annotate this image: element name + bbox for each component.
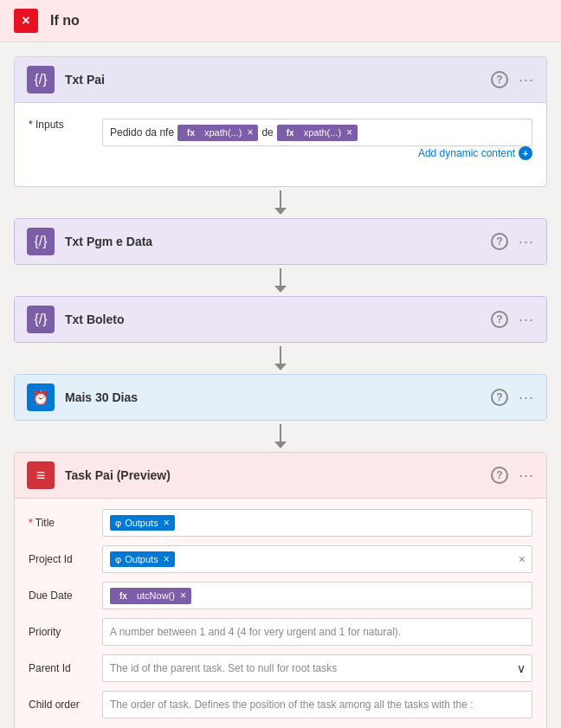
xpath-close-1[interactable]: ×: [247, 126, 253, 139]
txt-pgm-controls: ? ···: [491, 233, 534, 251]
project-id-token-close[interactable]: ×: [164, 553, 170, 565]
parent-id-placeholder: The id of the parent task. Set to null f…: [110, 662, 337, 674]
priority-placeholder: A number between 1 and 4 (4 for very urg…: [110, 626, 401, 638]
xpath-token-2[interactable]: fx xpath(...) ×: [277, 125, 358, 141]
txt-pgm-icon: {/}: [27, 228, 55, 255]
title-token-value: Outputs: [125, 518, 158, 528]
txt-pgm-header[interactable]: {/} Txt Pgm e Data ? ···: [15, 219, 546, 264]
due-date-label: Due Date: [29, 589, 102, 602]
mais-30-dias-block: ⏰ Mais 30 Dias ? ···: [14, 374, 547, 421]
title-token-close[interactable]: ×: [164, 517, 170, 529]
due-date-token-icon: fx: [115, 589, 132, 602]
mais-30-dias-controls: ? ···: [491, 389, 534, 407]
txt-pai-body: * Inputs Pedido da nfe fx xpath(...) × d…: [15, 103, 546, 186]
add-dynamic-plus: +: [519, 146, 532, 160]
title-field-row: Title φ Outputs ×: [29, 509, 532, 537]
txt-pai-icon-symbol: {/}: [34, 72, 47, 87]
task-pai-header[interactable]: ≡ Task Pai (Preview) ? ···: [15, 453, 546, 499]
task-pai-help-button[interactable]: ?: [491, 467, 508, 484]
txt-boleto-help-button[interactable]: ?: [491, 311, 508, 328]
close-button[interactable]: ×: [14, 9, 38, 33]
title-input[interactable]: φ Outputs ×: [102, 509, 532, 537]
project-id-clear-button[interactable]: ×: [519, 552, 526, 566]
task-pai-icon-symbol: ≡: [36, 467, 46, 485]
token-text-de: de: [261, 126, 273, 139]
txt-pgm-help-button[interactable]: ?: [491, 233, 508, 250]
xpath-value-1: xpath(...): [204, 127, 242, 138]
if-no-header: × If no: [0, 0, 561, 42]
task-pai-icon: ≡: [27, 461, 55, 489]
dynamic-content-row: Add dynamic content +: [102, 146, 532, 160]
txt-pgm-title: Txt Pgm e Data: [65, 235, 491, 248]
mais-30-dias-header[interactable]: ⏰ Mais 30 Dias ? ···: [15, 375, 546, 420]
due-date-field-row: Due Date fx utcNow() ×: [29, 582, 532, 609]
inputs-tokens[interactable]: Pedido da nfe fx xpath(...) × de fx xpat…: [102, 119, 532, 146]
task-pai-body: Title φ Outputs × Project Id φ Ou: [15, 499, 546, 728]
main-content: {/} Txt Pai ? ··· * Inputs Pedido da nfe…: [0, 42, 561, 728]
child-order-field-row: Child order The order of task. Defines t…: [29, 691, 532, 718]
parent-id-field-row: Parent Id The id of the parent task. Set…: [29, 654, 532, 682]
txt-pai-header[interactable]: {/} Txt Pai ? ···: [15, 57, 546, 103]
title-label: Title: [29, 517, 102, 529]
txt-pai-block: {/} Txt Pai ? ··· * Inputs Pedido da nfe…: [14, 56, 547, 187]
fx-icon-1: fx: [183, 126, 199, 139]
due-date-token-value: utcNow(): [137, 590, 175, 601]
parent-id-wrapper: The id of the parent task. Set to null f…: [102, 654, 532, 682]
due-date-token-close[interactable]: ×: [180, 589, 186, 602]
parent-id-dropdown-button[interactable]: ∨: [517, 661, 526, 675]
parent-id-input[interactable]: The id of the parent task. Set to null f…: [102, 654, 532, 682]
txt-pai-help-button[interactable]: ?: [491, 71, 508, 88]
project-id-wrapper: φ Outputs × ×: [102, 545, 532, 573]
arrow-2: [14, 265, 547, 296]
mais-30-dias-title: Mais 30 Dias: [65, 390, 491, 404]
fx-icon-2: fx: [282, 126, 299, 139]
xpath-token-1[interactable]: fx xpath(...) ×: [177, 125, 258, 141]
txt-boleto-title: Txt Boleto: [65, 312, 491, 326]
txt-pgm-more-button[interactable]: ···: [519, 233, 534, 251]
mais-30-dias-icon: ⏰: [27, 383, 55, 411]
project-id-field-row: Project Id φ Outputs × ×: [29, 545, 532, 573]
inputs-label: * Inputs: [29, 119, 102, 131]
due-date-token[interactable]: fx utcNow() ×: [110, 588, 191, 604]
txt-boleto-icon-symbol: {/}: [34, 312, 47, 327]
project-id-input[interactable]: φ Outputs ×: [102, 545, 532, 573]
txt-pgm-block: {/} Txt Pgm e Data ? ···: [14, 218, 547, 265]
inputs-field-wrapper: Pedido da nfe fx xpath(...) × de fx xpat…: [102, 119, 532, 167]
task-pai-title: Task Pai (Preview): [65, 468, 491, 482]
priority-input[interactable]: A number between 1 and 4 (4 for very urg…: [102, 618, 532, 646]
txt-pai-icon: {/}: [27, 66, 55, 93]
task-pai-more-button[interactable]: ···: [519, 467, 534, 485]
title-token[interactable]: φ Outputs ×: [110, 515, 175, 531]
due-date-input[interactable]: fx utcNow() ×: [102, 582, 532, 609]
txt-boleto-more-button[interactable]: ···: [519, 311, 534, 329]
txt-pgm-icon-symbol: {/}: [34, 234, 47, 249]
txt-pai-controls: ? ···: [491, 71, 534, 89]
header-title: If no: [50, 13, 80, 29]
txt-pai-title: Txt Pai: [65, 73, 491, 87]
child-order-input[interactable]: The order of task. Defines the position …: [102, 691, 532, 718]
txt-pai-more-button[interactable]: ···: [519, 71, 534, 89]
mais-30-dias-help-button[interactable]: ?: [491, 389, 508, 406]
xpath-value-2: xpath(...): [304, 127, 341, 138]
add-dynamic-button[interactable]: Add dynamic content +: [418, 146, 532, 160]
arrow-4: [14, 421, 547, 452]
inputs-row: * Inputs Pedido da nfe fx xpath(...) × d…: [29, 113, 532, 167]
add-dynamic-label: Add dynamic content: [418, 147, 515, 159]
arrow-3: [14, 343, 547, 374]
mais-30-dias-icon-symbol: ⏰: [32, 390, 49, 406]
priority-field-row: Priority A number between 1 and 4 (4 for…: [29, 618, 532, 646]
txt-boleto-header[interactable]: {/} Txt Boleto ? ···: [15, 297, 546, 342]
project-id-token-value: Outputs: [125, 554, 158, 564]
txt-boleto-icon: {/}: [27, 306, 55, 333]
token-text-pedido: Pedido da nfe: [110, 126, 174, 139]
mais-30-dias-more-button[interactable]: ···: [519, 389, 534, 407]
txt-boleto-block: {/} Txt Boleto ? ···: [14, 296, 547, 343]
close-icon: ×: [22, 13, 29, 29]
project-id-label: Project Id: [29, 553, 102, 565]
child-order-label: Child order: [29, 699, 102, 711]
task-pai-controls: ? ···: [491, 467, 534, 485]
project-id-token[interactable]: φ Outputs ×: [110, 551, 175, 567]
parent-id-label: Parent Id: [29, 662, 102, 674]
xpath-close-2[interactable]: ×: [346, 126, 352, 139]
child-order-placeholder: The order of task. Defines the position …: [110, 699, 474, 711]
